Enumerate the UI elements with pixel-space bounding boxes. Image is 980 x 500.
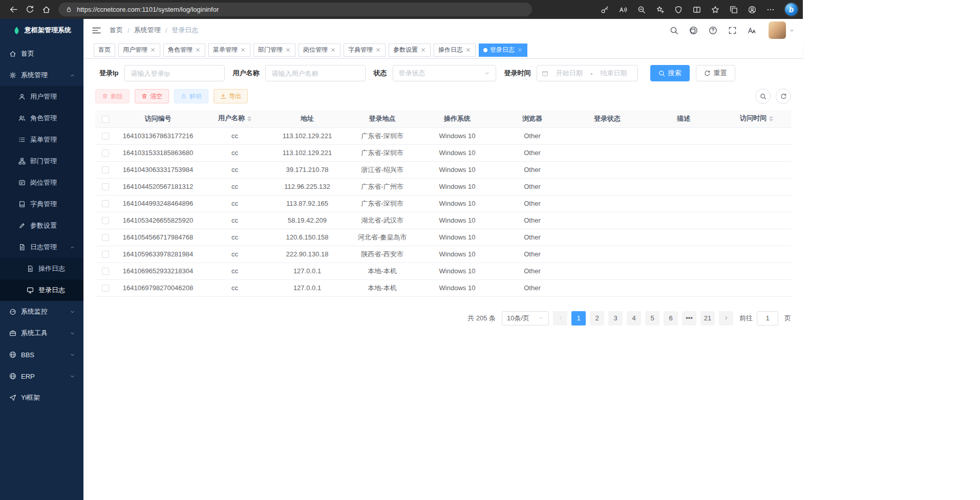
row-checkbox[interactable]	[102, 268, 109, 275]
sidebar-item-home[interactable]: 首页	[0, 43, 83, 64]
column-header[interactable]: 访问时间	[722, 110, 791, 127]
prev-page-button[interactable]	[553, 311, 567, 325]
sidebar-item-menu-mgmt[interactable]: 菜单管理	[0, 129, 83, 150]
page-button-2[interactable]: 2	[590, 311, 604, 325]
login-ip-input[interactable]	[124, 65, 225, 81]
browser-back-button[interactable]	[5, 2, 22, 17]
row-checkbox[interactable]	[102, 251, 109, 258]
tab-close-icon[interactable]	[375, 47, 381, 53]
page-button-5[interactable]: 5	[645, 311, 659, 325]
tab-user-mgmt[interactable]: 用户管理	[118, 44, 160, 57]
toggle-search-button[interactable]	[755, 89, 771, 104]
sidebar-item-user-mgmt[interactable]: 用户管理	[0, 86, 83, 107]
row-checkbox[interactable]	[102, 183, 109, 190]
sidebar-item-dept-mgmt[interactable]: 部门管理	[0, 150, 83, 172]
sidebar-item-erp[interactable]: ERP	[0, 365, 83, 387]
favorites-add-button[interactable]	[652, 2, 668, 17]
next-page-button[interactable]	[719, 311, 733, 325]
status-select[interactable]: 登录状态	[393, 65, 496, 81]
sidebar-item-oper-log[interactable]: 操作日志	[0, 258, 83, 279]
tab-close-icon[interactable]	[330, 47, 336, 53]
github-button[interactable]	[689, 26, 698, 35]
tab-login-log[interactable]: 登录日志	[479, 44, 527, 57]
export-button[interactable]: 导出	[214, 89, 248, 103]
tab-oper-log[interactable]: 操作日志	[434, 44, 476, 57]
unlock-button[interactable]: 解锁	[174, 89, 208, 103]
select-all-checkbox[interactable]	[102, 116, 109, 123]
favorites-button[interactable]	[707, 2, 723, 17]
key-button[interactable]	[596, 2, 613, 17]
sidebar-item-post-mgmt[interactable]: 岗位管理	[0, 172, 83, 193]
page-button-3[interactable]: 3	[608, 311, 623, 325]
search-button[interactable]: 搜索	[650, 65, 690, 81]
sidebar-item-system[interactable]: 系统管理	[0, 64, 83, 86]
row-checkbox[interactable]	[102, 166, 109, 173]
read-aloud-button[interactable]	[615, 2, 631, 17]
row-checkbox[interactable]	[102, 200, 109, 207]
bing-button[interactable]: b	[785, 3, 798, 16]
page-button-6[interactable]: 6	[664, 311, 678, 325]
row-checkbox[interactable]	[102, 217, 109, 224]
browser-refresh-button[interactable]	[22, 2, 38, 17]
user-menu[interactable]	[769, 21, 795, 39]
sidebar-item-monitor[interactable]: 系统监控	[0, 301, 83, 322]
tab-role-mgmt[interactable]: 角色管理	[163, 44, 205, 57]
tab-close-icon[interactable]	[285, 47, 291, 53]
page-button-1[interactable]: 1	[571, 311, 586, 325]
page-button-4[interactable]: 4	[627, 311, 641, 325]
zoom-out-button[interactable]	[633, 2, 650, 17]
pager-ellipsis[interactable]: •••	[682, 311, 696, 325]
sidebar-item-bbs[interactable]: BBS	[0, 344, 83, 365]
tab-close-icon[interactable]	[195, 47, 201, 53]
tab-post-mgmt[interactable]: 岗位管理	[299, 44, 340, 57]
reset-button[interactable]: 重置	[696, 65, 735, 81]
tab-close-icon[interactable]	[150, 47, 156, 53]
breadcrumb-item[interactable]: 首页	[110, 26, 123, 35]
shield-button[interactable]	[670, 2, 687, 17]
sidebar-item-role-mgmt[interactable]: 角色管理	[0, 107, 83, 129]
tab-close-icon[interactable]	[420, 47, 426, 53]
fullscreen-button[interactable]	[728, 26, 737, 35]
profile-button[interactable]	[744, 2, 760, 17]
address-bar[interactable]: https://ccnetcore.com:1101/system/log/lo…	[58, 3, 532, 16]
sidebar-toggle-button[interactable]	[92, 26, 101, 35]
collections-button[interactable]	[726, 2, 742, 17]
clear-button[interactable]: 清空	[135, 89, 169, 103]
browser-home-button[interactable]	[38, 2, 54, 17]
sidebar-item-tools[interactable]: 系统工具	[0, 322, 83, 344]
tab-home[interactable]: 首页	[94, 44, 115, 57]
row-checkbox[interactable]	[102, 234, 109, 241]
row-checkbox[interactable]	[102, 133, 109, 140]
row-checkbox[interactable]	[102, 149, 109, 157]
sidebar-item-param-config[interactable]: 参数设置	[0, 215, 83, 236]
font-size-button[interactable]	[748, 26, 756, 35]
question-button[interactable]	[709, 26, 717, 35]
sidebar-item-yi-framework[interactable]: Yi框架	[0, 387, 83, 408]
username-input[interactable]	[265, 65, 366, 81]
page-button-21[interactable]: 21	[700, 311, 715, 325]
row-checkbox[interactable]	[102, 285, 109, 292]
sidebar-item-dict-mgmt[interactable]: 字典管理	[0, 193, 83, 215]
sort-caret[interactable]	[247, 114, 251, 123]
sidebar-item-log-mgmt[interactable]: 日志管理	[0, 236, 83, 258]
jump-page-input[interactable]	[757, 311, 778, 325]
more-button[interactable]	[762, 2, 779, 17]
column-header[interactable]: 用户名称	[200, 110, 269, 127]
login-time-range-picker[interactable]: 开始日期 - 结束日期	[537, 65, 638, 81]
tab-close-icon[interactable]	[465, 47, 471, 53]
reset-button-label: 重置	[714, 69, 727, 78]
delete-button[interactable]: 删除	[95, 89, 130, 103]
tab-dept-mgmt[interactable]: 部门管理	[253, 44, 295, 57]
tab-close-icon[interactable]	[517, 47, 523, 53]
split-screen-button[interactable]	[689, 2, 705, 17]
tab-dict-mgmt[interactable]: 字典管理	[344, 44, 386, 57]
tab-menu-mgmt[interactable]: 菜单管理	[208, 44, 250, 57]
sidebar-item-login-log[interactable]: 登录日志	[0, 279, 83, 301]
tab-close-icon[interactable]	[240, 47, 246, 53]
search-button[interactable]	[670, 26, 678, 35]
breadcrumb-item[interactable]: 系统管理	[134, 26, 161, 35]
tab-param-config[interactable]: 参数设置	[389, 44, 431, 57]
refresh-table-button[interactable]	[776, 89, 791, 104]
sort-caret[interactable]	[769, 114, 773, 123]
page-size-select[interactable]: 10条/页	[502, 311, 549, 325]
